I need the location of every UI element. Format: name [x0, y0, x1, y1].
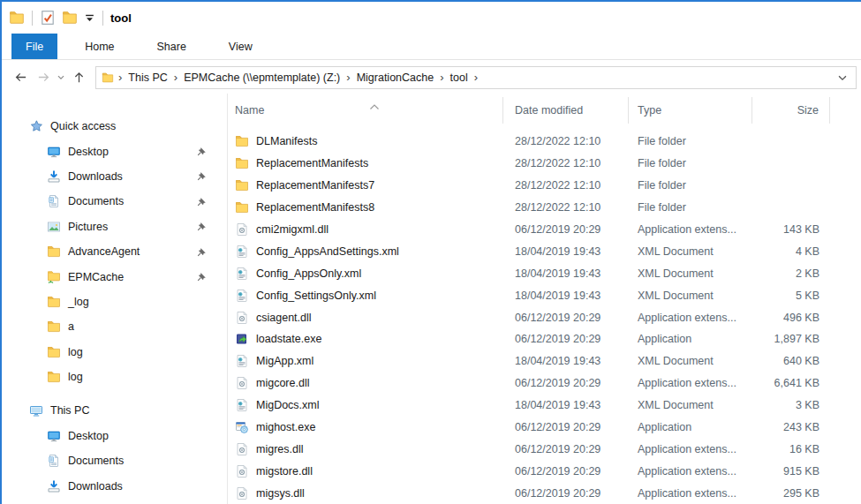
- date-modified-cell: 06/12/2019 20:29: [503, 312, 629, 324]
- date-modified-cell: 18/04/2019 19:43: [503, 267, 629, 280]
- downloads-icon: [47, 479, 61, 493]
- type-cell: Application: [629, 421, 752, 433]
- sidebar-item-log[interactable]: log: [2, 365, 227, 389]
- size-cell: 143 KB: [752, 223, 830, 236]
- sidebar-item-documents[interactable]: Documents: [2, 189, 227, 214]
- breadcrumb-item-epmcache-epmtemplate-z[interactable]: EPMCache (\\epmtemplate) (Z:): [181, 71, 343, 84]
- file-name: Config_AppsAndSettings.xml: [256, 245, 399, 258]
- checkbox-icon[interactable]: [40, 10, 56, 26]
- sidebar-item-desktop[interactable]: Desktop: [2, 139, 227, 163]
- back-arrow-icon[interactable]: [9, 66, 32, 89]
- sidebar-item-label: log: [68, 346, 83, 358]
- table-row[interactable]: migsys.dll06/12/2019 20:29Application ex…: [228, 482, 861, 504]
- recent-locations-icon[interactable]: [55, 66, 67, 89]
- sidebar-item-log[interactable]: _log: [2, 290, 227, 314]
- table-row[interactable]: ReplacementManifests828/12/2022 12:10Fil…: [228, 197, 861, 219]
- qat-dropdown-icon[interactable]: [84, 12, 95, 24]
- file-name: cmi2migxml.dll: [256, 223, 329, 236]
- pin-icon: [197, 147, 207, 156]
- column-header-date-modified[interactable]: Date modified: [503, 97, 629, 124]
- tab-share[interactable]: Share: [142, 34, 201, 59]
- folder-icon: [235, 200, 249, 214]
- sidebar-item-epmcache[interactable]: EPMCache: [2, 264, 227, 289]
- breadcrumb-item-this-pc[interactable]: This PC: [125, 71, 170, 84]
- table-row[interactable]: MigDocs.xml18/04/2019 19:43XML Document3…: [228, 395, 861, 417]
- date-modified-cell: 18/04/2019 19:43: [503, 245, 629, 258]
- table-row[interactable]: cmi2migxml.dll06/12/2019 20:29Applicatio…: [228, 219, 861, 241]
- breadcrumb-item-tool[interactable]: tool: [448, 71, 471, 84]
- column-header-name[interactable]: Name: [228, 97, 503, 124]
- folder-icon: [235, 156, 249, 170]
- table-row[interactable]: ReplacementManifests28/12/2022 12:10File…: [228, 153, 861, 175]
- sidebar-item-music[interactable]: Music: [2, 499, 227, 504]
- pin-icon: [197, 272, 207, 282]
- up-arrow-icon[interactable]: [67, 66, 90, 89]
- pictures-icon: [47, 220, 61, 234]
- sidebar-item-quick-access[interactable]: Quick access: [2, 114, 227, 139]
- date-modified-cell: 06/12/2019 20:29: [503, 377, 629, 389]
- address-bar[interactable]: ›This PC›EPMCache (\\epmtemplate) (Z:)›M…: [95, 66, 857, 89]
- sidebar-item-pictures[interactable]: Pictures: [2, 214, 227, 239]
- size-cell: 496 KB: [752, 312, 830, 324]
- xml-icon: [235, 244, 249, 259]
- file-name-cell: cmi2migxml.dll: [228, 222, 503, 237]
- table-row[interactable]: Config_AppsAndSettings.xml18/04/2019 19:…: [228, 240, 861, 262]
- forward-arrow-icon[interactable]: [32, 66, 55, 89]
- tab-home[interactable]: Home: [70, 34, 129, 59]
- column-header-size[interactable]: Size: [752, 97, 830, 124]
- pin-icon: [197, 197, 207, 207]
- table-row[interactable]: migcore.dll06/12/2019 20:29Application e…: [228, 372, 861, 395]
- file-name: migstore.dll: [256, 465, 313, 478]
- date-modified-cell: 18/04/2019 19:43: [503, 399, 629, 411]
- file-name-cell: Config_SettingsOnly.xml: [228, 289, 503, 303]
- date-modified-cell: 06/12/2019 20:29: [503, 487, 629, 500]
- table-row[interactable]: Config_AppsOnly.xml18/04/2019 19:43XML D…: [228, 262, 861, 284]
- sidebar-item-downloads[interactable]: Downloads: [2, 473, 227, 498]
- size-cell: 295 KB: [752, 487, 830, 500]
- breadcrumb-item-migrationcache[interactable]: MigrationCache: [354, 71, 437, 84]
- table-row[interactable]: ReplacementManifests728/12/2022 12:10Fil…: [228, 175, 861, 197]
- folder-icon[interactable]: [62, 10, 78, 26]
- type-cell: Application: [629, 333, 752, 345]
- table-row[interactable]: MigApp.xml18/04/2019 19:43XML Document64…: [228, 350, 861, 372]
- table-row[interactable]: csiagent.dll06/12/2019 20:29Application …: [228, 306, 861, 328]
- address-dropdown-icon[interactable]: [836, 71, 849, 84]
- column-header-type[interactable]: Type: [629, 97, 752, 124]
- sidebar-item-log[interactable]: log: [2, 340, 227, 365]
- file-name-cell: Config_AppsAndSettings.xml: [228, 244, 503, 259]
- file-name: migcore.dll: [256, 377, 309, 389]
- navigation-pane: Quick accessDesktopDownloadsDocumentsPic…: [2, 94, 228, 504]
- sidebar-item-this-pc[interactable]: This PC: [2, 398, 227, 423]
- table-row[interactable]: Config_SettingsOnly.xml18/04/2019 19:43X…: [228, 284, 861, 306]
- dll-icon: [235, 486, 249, 500]
- file-name: Config_AppsOnly.xml: [256, 267, 361, 280]
- sidebar-item-desktop[interactable]: Desktop: [2, 424, 227, 448]
- table-row[interactable]: migres.dll06/12/2019 20:29Application ex…: [228, 438, 861, 460]
- table-row[interactable]: mighost.exe06/12/2019 20:29Application24…: [228, 417, 861, 439]
- date-modified-cell: 28/12/2022 12:10: [503, 157, 629, 169]
- type-cell: XML Document: [629, 290, 752, 302]
- tab-view[interactable]: View: [214, 34, 268, 59]
- date-modified-cell: 28/12/2022 12:10: [503, 135, 629, 147]
- sidebar-item-downloads[interactable]: Downloads: [2, 164, 227, 189]
- type-cell: Application extens...: [629, 223, 752, 236]
- date-modified-cell: 18/04/2019 19:43: [503, 355, 629, 367]
- tab-file[interactable]: File: [11, 34, 57, 59]
- folder-icon: [47, 320, 61, 334]
- file-name-cell: csiagent.dll: [228, 311, 503, 325]
- titlebar-separator: [102, 11, 103, 26]
- sidebar-item-advanceagent[interactable]: AdvanceAgent: [2, 239, 227, 264]
- file-name-cell: migres.dll: [228, 442, 503, 456]
- table-row[interactable]: loadstate.exe06/12/2019 20:29Application…: [228, 328, 861, 350]
- sidebar-item-documents[interactable]: Documents: [2, 448, 227, 473]
- sidebar-item-label: EPMCache: [68, 271, 124, 283]
- pin-icon: [197, 247, 207, 257]
- file-name: ReplacementManifests: [256, 157, 368, 169]
- sidebar-section-gap: [2, 389, 227, 398]
- documents-icon: [47, 194, 61, 208]
- sidebar-item-label: Documents: [68, 455, 124, 467]
- sidebar-item-a[interactable]: a: [2, 314, 227, 339]
- file-name: migres.dll: [256, 443, 304, 455]
- table-row[interactable]: migstore.dll06/12/2019 20:29Application …: [228, 460, 861, 482]
- table-row[interactable]: DLManifests28/12/2022 12:10File folder: [228, 131, 861, 153]
